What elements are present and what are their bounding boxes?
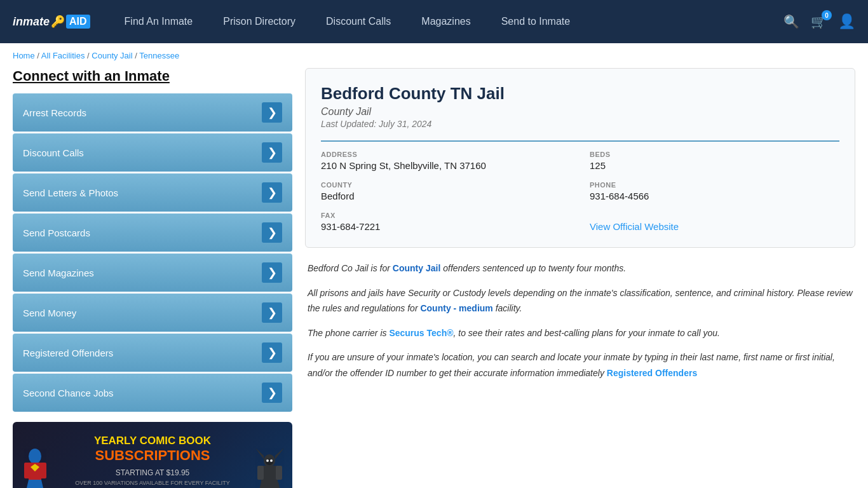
breadcrumb-home[interactable]: Home	[13, 51, 35, 60]
beds-value: 125	[590, 160, 839, 171]
desc2-text: All prisons and jails have Security or C…	[308, 288, 853, 314]
website-block: View Official Website	[590, 212, 839, 232]
logo-aid: AID	[66, 15, 90, 29]
sidebar-btn-send-postcards[interactable]: Send Postcards ❯	[13, 214, 292, 252]
desc-paragraph-3: The phone carrier is Securus Tech®, to s…	[308, 325, 853, 341]
desc3-rest: , to see their rates and best-calling pl…	[454, 328, 720, 338]
sidebar-btn-discount-calls[interactable]: Discount Calls ❯	[13, 133, 292, 172]
logo[interactable]: inmate 🔑 AID	[13, 15, 90, 29]
breadcrumb: Home / All Facilities / County Jail / Te…	[0, 43, 868, 68]
sidebar-title: Connect with an Inmate	[13, 68, 292, 85]
chevron-right-icon: ❯	[262, 222, 282, 243]
official-website-link[interactable]: View Official Website	[590, 221, 679, 232]
fax-value: 931-684-7221	[321, 221, 571, 232]
breadcrumb-all-facilities[interactable]: All Facilities	[41, 51, 85, 60]
main-nav: Find An Inmate Prison Directory Discount…	[109, 0, 777, 43]
facility-info-grid: ADDRESS 210 N Spring St, Shelbyville, TN…	[321, 140, 839, 232]
nav-magazines[interactable]: Magazines	[406, 0, 485, 43]
fax-block: FAX 931-684-7221	[321, 212, 571, 232]
desc4-text: If you are unsure of your inmate's locat…	[308, 352, 835, 378]
header: inmate 🔑 AID Find An Inmate Prison Direc…	[0, 0, 868, 43]
svg-rect-11	[276, 466, 282, 480]
logo-icon: 🔑	[51, 15, 65, 29]
facility-updated: Last Updated: July 31, 2024	[321, 119, 839, 129]
breadcrumb-state[interactable]: Tennessee	[139, 51, 179, 60]
header-actions: 🔍 🛒 0 👤	[783, 13, 855, 30]
nav-find-inmate[interactable]: Find An Inmate	[109, 0, 208, 43]
address-label: ADDRESS	[321, 151, 571, 158]
ad-line2: SUBSCRIPTIONS	[64, 447, 241, 464]
search-button[interactable]: 🔍	[783, 14, 799, 29]
sidebar-btn-arrest-records[interactable]: Arrest Records ❯	[13, 93, 292, 132]
desc-paragraph-4: If you are unsure of your inmate's locat…	[308, 349, 853, 381]
sidebar-btn-label: Send Magazines	[23, 268, 94, 278]
sidebar-btn-second-chance-jobs[interactable]: Second Chance Jobs ❯	[13, 374, 292, 412]
sidebar-btn-label: Registered Offenders	[23, 348, 113, 358]
cart-button[interactable]: 🛒 0	[811, 14, 827, 29]
sidebar-btn-send-money[interactable]: Send Money ❯	[13, 294, 292, 332]
registered-offenders-link[interactable]: Registered Offenders	[607, 368, 697, 378]
sidebar-btn-send-letters[interactable]: Send Letters & Photos ❯	[13, 173, 292, 212]
desc-paragraph-1: Bedford Co Jail is for County Jail offen…	[308, 261, 853, 276]
chevron-right-icon: ❯	[262, 102, 282, 123]
content: Bedford County TN Jail County Jail Last …	[305, 68, 855, 390]
sidebar-btn-label: Send Money	[23, 308, 76, 318]
svg-marker-8	[275, 448, 284, 459]
sidebar-btn-label: Send Letters & Photos	[23, 187, 118, 198]
nav-prison-directory[interactable]: Prison Directory	[208, 0, 311, 43]
facility-card: Bedford County TN Jail County Jail Last …	[305, 68, 855, 248]
address-value: 210 N Spring St, Shelbyville, TN 37160	[321, 160, 571, 171]
facility-subtitle: County Jail	[321, 106, 839, 118]
sidebar-btn-label: Send Postcards	[23, 227, 90, 238]
main-layout: Connect with an Inmate Arrest Records ❯ …	[0, 68, 868, 488]
sidebar-btn-send-magazines[interactable]: Send Magazines ❯	[13, 254, 292, 292]
nav-discount-calls[interactable]: Discount Calls	[311, 0, 406, 43]
logo-inmate: inmate	[13, 15, 50, 29]
ad-footer: OVER 100 VARIATIONS AVAILABLE FOR EVERY …	[64, 480, 241, 486]
sidebar-btn-label: Arrest Records	[23, 107, 86, 118]
nav-send-to-inmate[interactable]: Send to Inmate	[486, 0, 586, 43]
chevron-right-icon: ❯	[262, 383, 282, 403]
ad-line1: YEARLY COMIC BOOK	[64, 435, 241, 447]
breadcrumb-county-jail[interactable]: County Jail	[92, 51, 132, 60]
desc1-rest: offenders sentenced up to twenty four mo…	[440, 263, 626, 273]
sidebar-btn-registered-offenders[interactable]: Registered Offenders ❯	[13, 334, 292, 372]
svg-marker-7	[255, 448, 264, 459]
county-medium-link[interactable]: County - medium	[420, 303, 492, 313]
svg-marker-4	[24, 480, 46, 488]
svg-rect-2	[24, 463, 31, 478]
svg-marker-12	[257, 482, 282, 488]
sidebar-btn-label: Discount Calls	[23, 147, 84, 158]
sidebar-btn-label: Second Chance Jobs	[23, 388, 114, 398]
county-label: COUNTY	[321, 181, 571, 189]
beds-block: BEDS 125	[590, 151, 839, 171]
ad-banner[interactable]: YEARLY COMIC BOOK SUBSCRIPTIONS STARTING…	[13, 422, 292, 488]
county-value: Bedford	[321, 191, 571, 201]
svg-point-14	[266, 459, 269, 462]
securus-link[interactable]: Securus Tech®	[389, 328, 453, 338]
phone-label: PHONE	[590, 181, 839, 189]
superman-silhouette	[18, 445, 53, 488]
svg-rect-3	[40, 463, 46, 478]
facility-description: Bedford Co Jail is for County Jail offen…	[305, 261, 855, 381]
desc3-text: The phone carrier is	[308, 328, 389, 338]
sidebar: Connect with an Inmate Arrest Records ❯ …	[13, 68, 292, 488]
svg-point-15	[270, 459, 273, 462]
cart-badge: 0	[822, 10, 832, 20]
county-jail-link[interactable]: County Jail	[393, 263, 440, 273]
county-block: COUNTY Bedford	[321, 181, 571, 201]
user-button[interactable]: 👤	[838, 13, 855, 30]
phone-block: PHONE 931-684-4566	[590, 181, 839, 201]
desc2-rest: facility.	[493, 303, 522, 313]
desc-paragraph-2: All prisons and jails have Security or C…	[308, 285, 853, 316]
chevron-right-icon: ❯	[262, 142, 282, 163]
svg-rect-10	[257, 466, 264, 480]
chevron-right-icon: ❯	[262, 262, 282, 283]
phone-value: 931-684-4566	[590, 191, 839, 201]
svg-point-0	[29, 449, 41, 464]
sidebar-menu: Arrest Records ❯ Discount Calls ❯ Send L…	[13, 93, 292, 412]
desc1-text: Bedford Co Jail is for	[308, 263, 393, 273]
chevron-right-icon: ❯	[262, 182, 282, 203]
fax-label: FAX	[321, 212, 571, 219]
batman-silhouette	[252, 448, 287, 488]
